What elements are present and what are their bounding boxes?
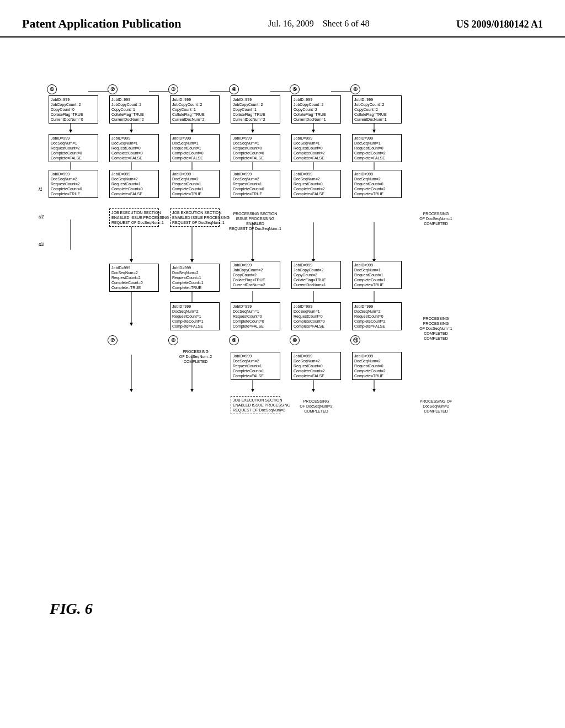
state-c4-r5: JobID=999DocSeqNum=1RequestCount=0Comple… (231, 302, 280, 330)
job-exec-c3: JOB EXECUTION SECTIONENABLED ISSUE PROCE… (170, 208, 220, 227)
proc-c3: PROCESSINGOF DocSeqNum=2COMPLETED (172, 349, 219, 364)
figure-label: FIG. 6 (50, 600, 93, 655)
state-c6-r5: JobID=999DocSeqNum=2RequestCount=0Comple… (352, 302, 402, 330)
publication-date: Jul. 16, 2009 (268, 19, 314, 28)
circle-label-b3: ⑧ (168, 335, 178, 345)
state-c5-r2: JobID=999DocSeqNum=1RequestCount=0Comple… (291, 134, 341, 162)
circle-label-b6: ⑪ (350, 335, 360, 345)
step-label-d2: d2 (39, 242, 44, 247)
proc-right-2: PROCESSINGPROCESSINGOF DocSeqNum=1COMPLE… (408, 316, 463, 341)
state-c2-r3: JobID=999DocSeqNum=2RequestCount=1Comple… (109, 170, 159, 198)
state-c6-r2: JobID=999DocSeqNum=1RequestCount=0Comple… (352, 134, 402, 162)
circle-label-6: ⑥ (350, 84, 360, 94)
main-content: i1 d1 d2 ① ② ③ ④ ⑤ ⑥ ⑦ ⑧ ⑨ ⑩ ⑪ JobID=999… (0, 38, 565, 699)
state-c4-r4: JobID=999JobCopyCount=2CopyCount=2Collat… (231, 261, 280, 289)
state-c6-r3: JobID=999DocSeqNum=2RequestCount=0Comple… (352, 170, 402, 198)
step-label-d1: d1 (39, 214, 44, 220)
patent-number: US 2009/0180142 A1 (456, 17, 543, 30)
figure-diagram: i1 d1 d2 ① ② ③ ④ ⑤ ⑥ ⑦ ⑧ ⑨ ⑩ ⑪ JobID=999… (33, 54, 548, 688)
state-c6-r1: JobID=999JobCopyCount=2CopyCount=2Collat… (352, 95, 402, 124)
circle-label-b5: ⑩ (290, 335, 300, 345)
state-c3-r2: JobID=999DocSeqNum=1RequestCount=1Comple… (170, 134, 220, 162)
state-c1-r3: JobID=999DocSeqNum=2RequestCount=2Comple… (49, 170, 98, 198)
state-c2-r4: JobID=999DocSeqNum=2RequestCount=2Comple… (109, 264, 159, 292)
circle-label-5: ⑤ (290, 84, 300, 94)
state-c4-r6: JobID=999DocSeqNum=2RequestCount=1Comple… (231, 352, 280, 380)
circle-label-b2: ⑦ (108, 335, 118, 345)
state-c5-r1: JobID=999JobCopyCount=2CopyCount=2Collat… (291, 95, 341, 124)
state-c6-r6: JobID=999DocSeqNum=2RequestCount=0Comple… (352, 352, 402, 380)
circle-label-4: ④ (229, 84, 239, 94)
state-c4-r1: JobID=999JobCopyCount=2CopyCount=1Collat… (231, 95, 280, 124)
proc-section-c4: PROCESSING SECTIONISSUE PROCESSINGENABLE… (229, 211, 281, 231)
state-c2-r2: JobID=999DocSeqNum=1RequestCount=0Comple… (109, 134, 159, 162)
page-header: Patent Application Publication Jul. 16, … (0, 0, 565, 38)
job-exec-c2: JOB EXECUTION SECTIONENABLED ISSUE PROCE… (109, 208, 159, 227)
state-c3-r5: JobID=999DocSeqNum=2RequestCount=1Comple… (170, 302, 220, 330)
state-c1-r1: JobID=999JobCopyCount=2CopyCount=0Collat… (49, 95, 98, 124)
state-c5-r4: JobID=999JobCopyCount=2CopyCount=2Collat… (291, 261, 341, 289)
circle-label-3: ③ (168, 84, 178, 94)
state-c3-r1: JobID=999JobCopyCount=2CopyCount=1Collat… (170, 95, 220, 124)
step-label-i1: i1 (39, 186, 42, 192)
header-date-sheet: Jul. 16, 2009 Sheet 6 of 48 (268, 17, 370, 29)
circle-label-1: ① (47, 84, 57, 94)
state-c5-r3: JobID=999DocSeqNum=2RequestCount=0Comple… (291, 170, 341, 198)
proc-right-1: PROCESSINGOF DocSeqNum=1COMPLETED (408, 211, 463, 226)
circle-label-2: ② (108, 84, 118, 94)
publication-title: Patent Application Publication (22, 17, 181, 31)
proc-right-3: PROCESSING OF DocSeqNum=2COMPLETED (408, 399, 463, 414)
state-c3-r3: JobID=999DocSeqNum=2RequestCount=1Comple… (170, 170, 220, 198)
proc-c5: PROCESSINGOF DocSeqNum=2COMPLETED (291, 399, 341, 414)
circle-label-b4: ⑨ (229, 335, 239, 345)
sheet-number: Sheet 6 of 48 (323, 19, 370, 28)
state-c5-r5: JobID=999DocSeqNum=1RequestCount=0Comple… (291, 302, 341, 330)
state-c4-r2: JobID=999DocSeqNum=1RequestCount=0Comple… (231, 134, 280, 162)
job-exec-c4: JOB EXECUTION SECTIONENABLED ISSUE PROCE… (231, 396, 280, 414)
state-c5-r6: JobID=999DocSeqNum=2RequestCount=0Comple… (291, 352, 341, 380)
state-c3-r4: JobID=999DocSeqNum=2RequestCount=1Comple… (170, 264, 220, 292)
state-c2-r1: JobID=999JobCopyCount=2CopyCount=1Collat… (109, 95, 159, 124)
state-c1-r2: JobID=999DocSeqNum=1RequestCount=2Comple… (49, 134, 98, 162)
state-c6-r4: JobID=999DocSeqNum=1RequestCount=1Comple… (352, 261, 402, 289)
state-c4-r3: JobID=999DocSeqNum=2RequestCount=1Comple… (231, 170, 280, 198)
